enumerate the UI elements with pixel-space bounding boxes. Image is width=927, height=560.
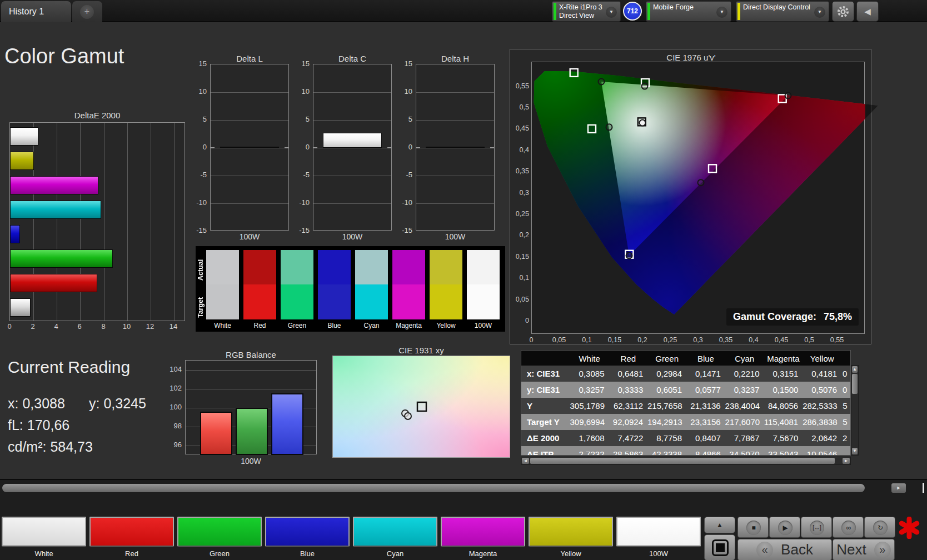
y-tick: -15 — [187, 226, 207, 234]
rgb-balance-x-label: 100W — [185, 457, 317, 466]
target-swatch — [206, 284, 239, 319]
pattern-swatch — [353, 517, 437, 547]
table-cell: 0,0577 — [686, 382, 725, 398]
source-name: Mobile Forge — [653, 3, 694, 12]
table-row[interactable]: Target Y309,699492,0924194,291323,315621… — [521, 414, 850, 430]
x-tick: 10 — [121, 322, 132, 331]
settings-button[interactable] — [832, 1, 854, 22]
y-tick: -5 — [290, 171, 310, 179]
cie1931-target-marker — [417, 402, 426, 411]
swatch-column-blue: Blue — [318, 250, 351, 329]
play-button[interactable]: ▶ — [769, 517, 800, 538]
actual-swatch — [467, 250, 500, 284]
delta-chart-title: Delta C — [296, 54, 408, 63]
table-cell: 309,6994 — [570, 414, 609, 430]
table-cell: 7,7867 — [725, 430, 764, 446]
pattern-window-icon — [712, 539, 729, 556]
table-vertical-scrollbar[interactable]: ▲ ▼ — [851, 365, 859, 456]
scroll-right-icon[interactable]: ► — [891, 483, 906, 493]
cie1931-markers — [333, 356, 511, 458]
chevron-down-icon[interactable]: ▼ — [716, 7, 727, 18]
meter-name: X-Rite i1Pro 3 — [559, 3, 602, 12]
pattern-button-magenta[interactable]: Magenta — [441, 517, 525, 558]
pattern-button-100w[interactable]: 100W — [616, 517, 701, 558]
y-tick: -5 — [187, 171, 207, 179]
pattern-button-blue[interactable]: Blue — [265, 517, 350, 558]
scrollbar-thumb[interactable] — [852, 374, 858, 394]
swatch-label: Yellow — [430, 319, 462, 329]
top-bar: History 1 + X-Rite i1Pro 3 Direct View ▼… — [0, 0, 927, 22]
table-row[interactable]: ΔE 20001,76087,47228,77580,84077,78677,5… — [521, 430, 850, 446]
deltae2000-chart — [9, 122, 185, 321]
gear-icon — [836, 4, 850, 19]
zero-tick — [313, 147, 317, 148]
step-icon: [↔] — [810, 521, 824, 535]
cie1931-diagram — [332, 356, 510, 458]
gridline — [313, 148, 391, 148]
pattern-button-yellow[interactable]: Yellow — [529, 517, 613, 558]
add-tab-icon[interactable]: + — [80, 5, 94, 19]
next-button[interactable]: Next » — [833, 539, 895, 560]
pattern-button-green[interactable]: Green — [177, 517, 262, 558]
delta-chart-title: Delta L — [193, 54, 306, 63]
y-tick: 0,05 — [510, 296, 529, 303]
y-tick: 98 — [163, 422, 182, 430]
pattern-window-up-button[interactable]: ▲ — [704, 517, 735, 533]
scrollbar-thumb[interactable] — [530, 458, 835, 464]
refresh-button[interactable]: ↻ — [864, 517, 895, 538]
table-cell-partial: 2 — [841, 430, 850, 446]
scroll-left-icon[interactable]: ◄ — [522, 458, 529, 464]
column-header-red: Red — [609, 351, 648, 366]
pattern-button-white[interactable]: White — [2, 517, 86, 558]
table-cell: 286,3838 — [803, 414, 841, 430]
next-chevron-icon: » — [874, 542, 891, 558]
gridline — [211, 148, 288, 148]
meter-mode: Direct View — [559, 12, 602, 20]
meter-dropdown[interactable]: X-Rite i1Pro 3 Direct View ▼ — [552, 1, 621, 22]
y-tick: 102 — [163, 384, 182, 392]
table-row[interactable]: x: CIE310,30850,64810,29840,14710,22100,… — [521, 366, 850, 382]
table-horizontal-scrollbar[interactable]: ◄ ► — [521, 457, 851, 465]
x-tick: 0,1 — [575, 336, 599, 344]
pattern-swatch — [177, 517, 262, 547]
tab-history[interactable]: History 1 — [1, 1, 71, 22]
scroll-down-icon[interactable]: ▼ — [852, 448, 858, 454]
chevron-down-icon[interactable]: ▼ — [814, 7, 825, 18]
y-tick: 15 — [392, 59, 412, 68]
pattern-button-red[interactable]: Red — [89, 517, 174, 558]
table-row[interactable]: y: CIE310,32570,33330,60510,05770,32370,… — [521, 382, 850, 398]
loop-button[interactable]: ∞ — [833, 517, 864, 538]
table-cell: 2,0642 — [803, 430, 841, 446]
pattern-bar-resize-handle[interactable] — [923, 483, 924, 493]
table-row[interactable]: ΔE ITP2,723228,586342,33388,486634,50703… — [521, 446, 850, 456]
table-cell: 215,7658 — [647, 398, 686, 414]
tab-add[interactable]: + — [72, 1, 102, 22]
source-dropdown[interactable]: Mobile Forge ▼ — [646, 1, 731, 22]
scroll-right-icon[interactable]: ► — [843, 458, 850, 464]
deltae-bar-100w — [10, 127, 38, 146]
table-cell: 0,8407 — [686, 430, 725, 446]
target-swatch — [281, 284, 313, 319]
x-tick: 0,25 — [658, 336, 682, 344]
table-row[interactable]: Y305,178962,3112215,765821,3136238,40048… — [521, 398, 850, 414]
delta-bar — [220, 147, 279, 148]
scroll-up-icon[interactable]: ▲ — [852, 366, 858, 373]
pattern-bar-scrollbar-thumb[interactable] — [2, 484, 865, 492]
pattern-button-cyan[interactable]: Cyan — [353, 517, 437, 558]
table-cell: 84,8056 — [764, 398, 803, 414]
table-cell: 0,3151 — [764, 366, 803, 382]
gridline — [416, 203, 494, 204]
display-control-dropdown[interactable]: Direct Display Control ▼ — [736, 1, 829, 22]
pattern-window-button[interactable] — [704, 534, 735, 560]
back-button[interactable]: « Back — [737, 539, 832, 560]
table-cell-partial: 0 — [841, 366, 850, 382]
deltae-bar-white — [10, 298, 31, 317]
swatch-column-green: Green — [281, 250, 313, 329]
table-cell: 115,4081 — [764, 414, 803, 430]
display-control-name: Direct Display Control — [743, 3, 810, 12]
swatch-label: Cyan — [355, 319, 388, 329]
step-button[interactable]: [↔] — [801, 517, 832, 538]
chevron-down-icon[interactable]: ▼ — [606, 7, 617, 18]
collapse-panel-button[interactable]: ◀ — [856, 1, 879, 22]
stop-button[interactable]: ■ — [737, 517, 769, 538]
